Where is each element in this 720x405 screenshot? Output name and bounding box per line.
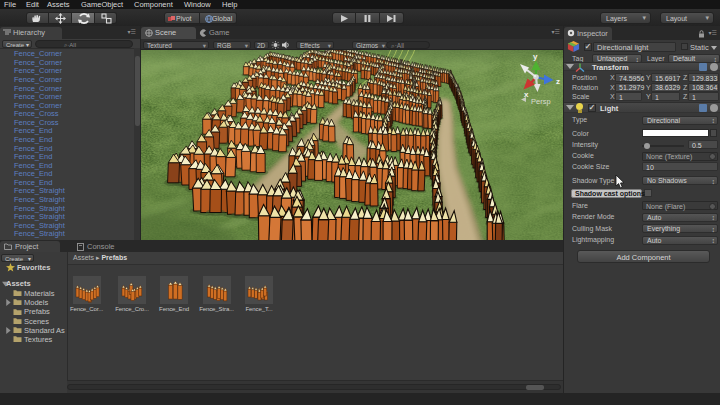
svg-text:z: z — [556, 77, 560, 86]
svg-text:y: y — [533, 52, 538, 61]
svg-text:x: x — [524, 90, 529, 99]
svg-text:Persp: Persp — [531, 97, 551, 106]
